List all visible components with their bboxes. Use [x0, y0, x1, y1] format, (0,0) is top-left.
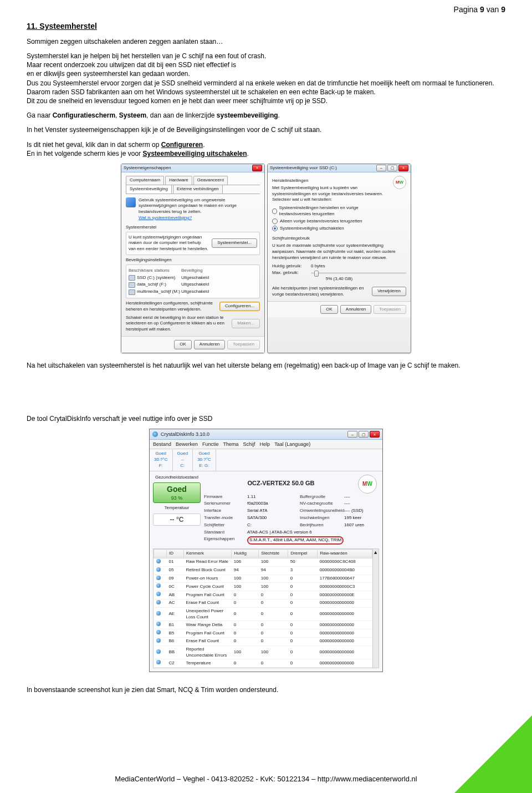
col-blank[interactable]	[154, 550, 167, 558]
col-id[interactable]: ID	[167, 550, 184, 558]
crystaldiskinfo-window: CrystalDiskInfo 3.10.0 – ▢ × Bestand Bew…	[149, 429, 383, 672]
disk-tab[interactable]: Goed30.?°CE: G:	[193, 449, 216, 470]
verwijderen-button[interactable]: Verwijderen	[372, 287, 406, 296]
radio-disable-protection[interactable]: Systeembeveiliging uitschakelen	[272, 226, 390, 232]
maximize-icon[interactable]: ▢	[359, 431, 369, 438]
titlebar[interactable]: Systeembeveiliging voor SSD (C:) – ▢ ×	[268, 164, 411, 172]
tab-geavanceerd[interactable]: Geavanceerd	[193, 176, 228, 185]
smart-row[interactable]: 09Power-on Hours1001000177B6800000647	[154, 575, 372, 583]
section-title: 11. Systeemherstel	[27, 21, 505, 32]
window-title: CrystalDiskInfo 3.10.0	[161, 431, 209, 438]
health-percent: 93 %	[155, 495, 199, 501]
annuleren-button[interactable]: Annuleren	[194, 340, 225, 349]
tab-hardware[interactable]: Hardware	[165, 176, 192, 185]
max-usage-label: Max. gebruik:	[272, 270, 311, 276]
configureren-button[interactable]: Configureren...	[219, 302, 260, 311]
delete-description: Alle herstelpunten (met systeeminstellin…	[272, 286, 369, 298]
smart-row[interactable]: AEUnexpected Power Loss Count00000000000…	[154, 607, 372, 621]
drive-row[interactable]: data_schijf (F:)Uitgeschakeld	[129, 281, 257, 288]
col-huidig[interactable]: Huidig	[232, 550, 259, 558]
ok-button[interactable]: OK	[320, 305, 338, 314]
scrollbar[interactable]: ▲	[372, 549, 378, 668]
maximize-icon[interactable]: ▢	[387, 165, 397, 171]
status-dot-icon	[156, 630, 161, 634]
body-text: Sommigen zeggen uitschakelen anderen zeg…	[27, 37, 505, 46]
toepassen-button[interactable]: Toepassen	[374, 305, 406, 314]
col-slechtste[interactable]: Slechtste	[259, 550, 288, 558]
smart-row[interactable]: 05Retired Block Count94943000000000004B0	[154, 566, 372, 575]
body-text: Daarom raden SSD fabrikanten aan om het …	[27, 88, 505, 96]
radio-restore-all[interactable]: Systeeminstellingen herstellen en vorige…	[272, 205, 390, 217]
menu-help[interactable]: Help	[260, 441, 270, 448]
smart-row[interactable]: B5Program Fail Count00000000000000000	[154, 629, 372, 638]
disk-tab[interactable]: Goed--C:	[173, 449, 193, 470]
smart-row[interactable]: BBReported Uncorrectable Errors100100000…	[154, 645, 372, 659]
what-is-link[interactable]: Wat is systeembeveiliging?	[139, 215, 192, 220]
status-dot-icon	[156, 622, 161, 626]
herstel-description: Met Systeembeveiliging kunt u kopieën va…	[272, 185, 390, 203]
menu-bewerken[interactable]: Bewerken	[176, 441, 198, 448]
minimize-icon[interactable]: –	[376, 165, 386, 171]
dialog-title: Systeemeigenschappen	[124, 165, 171, 171]
smart-row[interactable]: B6Erase Fail Count00000000000000000	[154, 637, 372, 645]
smart-row[interactable]: 0CPower Cycle Count1001000000000000000C3	[154, 583, 372, 591]
menu-bestand[interactable]: Bestand	[153, 441, 171, 448]
toepassen-button[interactable]: Toepassen	[227, 340, 260, 349]
minimize-icon[interactable]: –	[347, 431, 357, 438]
col-kenmerk[interactable]: Kenmerk	[184, 550, 232, 558]
body-text: Systemherstel kan je helpen bij het hers…	[27, 52, 505, 60]
green-corner-decoration	[454, 715, 532, 793]
usage-slider[interactable]	[311, 272, 406, 274]
annuleren-button[interactable]: Annuleren	[340, 305, 371, 314]
smart-row[interactable]: C2Temperature00000000000000000	[154, 659, 372, 668]
drive-row[interactable]: multimedia_schijf (M:)Uitgeschakeld	[129, 288, 257, 296]
col-raw[interactable]: Raw-waarden	[318, 550, 372, 558]
ok-button[interactable]: OK	[174, 340, 192, 349]
drive-row[interactable]: SSD (C:) (systeem)Uitgeschakeld	[129, 274, 257, 282]
smart-row[interactable]: B1Wear Range Delta00000000000000000	[154, 621, 372, 629]
smart-row[interactable]: ABProgram Fail Count0000000000000000E	[154, 591, 372, 599]
footer: MediaCenterWorld – Veghel - 0413-820252 …	[0, 774, 532, 784]
disk-tab[interactable]: Goed30.?°CF:	[150, 449, 173, 470]
protection-description: Gebruik systeembeveiliging om ongewenste…	[139, 197, 260, 215]
close-icon[interactable]: ×	[370, 431, 380, 438]
menu-schijf[interactable]: Schijf	[243, 441, 255, 448]
systeemherstel-description: U kunt systeemwijzigingen ongedaan maken…	[129, 235, 208, 252]
body-text: Dit zou de snelheid en levensduur tegoed…	[27, 96, 505, 105]
app-icon	[152, 431, 158, 437]
mcw-logo-icon: MW	[393, 176, 406, 189]
close-icon[interactable]: ×	[252, 165, 262, 171]
radio-restore-files[interactable]: Alleen vorige bestandsversies terugzette…	[272, 218, 390, 225]
col-drempel[interactable]: Drempel	[288, 550, 318, 558]
titlebar[interactable]: CrystalDiskInfo 3.10.0 – ▢ ×	[150, 429, 382, 440]
menu-taal[interactable]: Taal (Language)	[274, 441, 310, 448]
pagenum-total: 9	[501, 5, 505, 14]
body-text: Na het uitschakelen van systeemherstel i…	[27, 361, 505, 370]
menu-thema[interactable]: Thema	[223, 441, 239, 448]
body-text: Is dit niet het geval, klik dan in dat s…	[27, 140, 505, 149]
systeemherstel-button[interactable]: Systeemherstel...	[212, 238, 257, 248]
tab-computernaam[interactable]: Computernaam	[126, 176, 164, 185]
health-label: Gezondheidstoestand	[153, 475, 201, 481]
status-dot-icon	[156, 576, 161, 580]
current-usage-label: Huidig gebruik:	[272, 263, 311, 270]
space-description: U kunt de maximale schijfruimte voor sys…	[272, 243, 406, 261]
tab-externe-verbindingen[interactable]: Externe verbindingen	[173, 185, 223, 194]
health-status: Goed	[155, 484, 199, 495]
page-number: Pagina 9 van 9	[454, 4, 505, 15]
dialog-screenshot-pair: Systeemeigenschappen × Computernaam Hard…	[27, 164, 505, 353]
system-properties-dialog: Systeemeigenschappen × Computernaam Hard…	[121, 164, 265, 353]
smart-row[interactable]: ACErase Fail Count00000000000000000	[154, 599, 372, 607]
disk-model: OCZ-VERTEX2 50.0 GB	[204, 479, 358, 487]
pagenum-current: 9	[480, 5, 484, 14]
titlebar[interactable]: Systeemeigenschappen ×	[121, 164, 264, 172]
smart-row[interactable]: 01Raw Read Error Rate1061005000000000C8C…	[154, 558, 372, 566]
maken-button[interactable]: Maken...	[232, 319, 260, 328]
status-dot-icon	[156, 583, 161, 588]
close-icon[interactable]: ×	[398, 165, 408, 171]
slider-value: 5% (3,40 GB)	[272, 276, 406, 282]
menubar: Bestand Bewerken Functie Thema Schijf He…	[150, 440, 382, 449]
tab-systeembeveiliging[interactable]: Systeembeveiliging	[126, 185, 172, 194]
menu-functie[interactable]: Functie	[202, 441, 219, 448]
mcw-logo-icon: MW	[358, 475, 377, 494]
